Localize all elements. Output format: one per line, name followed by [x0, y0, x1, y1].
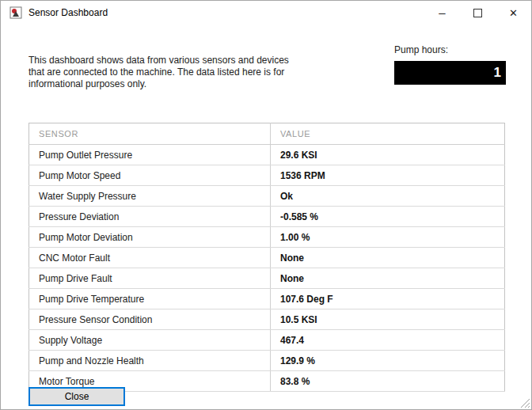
sensor-name-cell: Pump Drive Temperature [29, 289, 271, 309]
sensor-value-cell: 1536 RPM [271, 165, 505, 186]
sensor-name-cell: CNC Motor Fault [29, 248, 271, 268]
sensor-table-body: Pump Outlet Pressure 29.6 KSI Pump Motor… [29, 145, 505, 392]
table-row: Pump Motor Speed 1536 RPM [29, 165, 505, 186]
sensor-name-cell: Water Supply Pressure [29, 186, 271, 207]
sensor-value-cell: 1.00 % [271, 227, 505, 248]
sensor-name-cell: Pump Drive Fault [29, 268, 271, 289]
sensor-value-cell: 10.5 KSI [271, 309, 505, 330]
close-window-button[interactable]: ✕ [496, 1, 531, 25]
sensor-name-cell: Pressure Sensor Condition [29, 309, 271, 330]
table-row: Pressure Deviation -0.585 % [29, 207, 505, 227]
table-header-row: SENSOR VALUE [29, 123, 505, 145]
pump-hours-display: 1 [394, 61, 506, 85]
close-button[interactable]: Close [28, 387, 125, 406]
sensor-value-cell: 107.6 Deg F [271, 289, 505, 309]
sensor-value-cell: 83.8 % [271, 371, 505, 392]
table-row: Supply Voltage 467.4 [29, 330, 505, 351]
sensor-value-cell: None [271, 268, 505, 289]
table-header-value: VALUE [271, 123, 505, 145]
app-icon [10, 6, 22, 19]
sensor-value-cell: -0.585 % [271, 207, 505, 227]
sensor-name-cell: Supply Voltage [29, 330, 271, 351]
sensor-name-cell: Pump and Nozzle Health [29, 351, 271, 371]
table-row: Pump Outlet Pressure 29.6 KSI [29, 145, 505, 165]
table-header-sensor: SENSOR [29, 123, 271, 145]
sensor-name-cell: Pressure Deviation [29, 207, 271, 227]
pump-hours-label: Pump hours: [394, 44, 448, 55]
sensor-value-cell: 129.9 % [271, 351, 505, 371]
intro-text: This dashboard shows data from various s… [28, 55, 307, 90]
sensor-name-cell: Pump Motor Deviation [29, 227, 271, 248]
pump-hours-value: 1 [494, 65, 501, 81]
sensor-table: SENSOR VALUE Pump Outlet Pressure 29.6 K… [28, 123, 505, 392]
sensor-dashboard-window: Sensor Dashboard – ✕ This dashboard show… [0, 0, 532, 410]
window-title: Sensor Dashboard [28, 7, 108, 18]
table-row: Pressure Sensor Condition 10.5 KSI [29, 309, 505, 330]
maximize-button[interactable] [460, 1, 496, 25]
sensor-name-cell: Pump Motor Speed [29, 165, 271, 186]
sensor-value-cell: None [271, 248, 505, 268]
table-row: Water Supply Pressure Ok [29, 186, 505, 207]
minimize-icon: – [439, 9, 445, 17]
sensor-value-cell: 29.6 KSI [271, 145, 505, 165]
table-row: CNC Motor Fault None [29, 248, 505, 268]
table-row: Pump Drive Temperature 107.6 Deg F [29, 289, 505, 309]
close-icon: ✕ [509, 7, 518, 19]
table-row: Pump and Nozzle Health 129.9 % [29, 351, 505, 371]
table-row: Pump Motor Deviation 1.00 % [29, 227, 505, 248]
sensor-value-cell: Ok [271, 186, 505, 207]
minimize-button[interactable]: – [424, 1, 460, 25]
resize-grip[interactable] [519, 397, 530, 408]
table-row: Pump Drive Fault None [29, 268, 505, 289]
sensor-name-cell: Pump Outlet Pressure [29, 145, 271, 165]
window-controls: – ✕ [424, 1, 531, 25]
sensor-value-cell: 467.4 [271, 330, 505, 351]
maximize-icon [473, 9, 482, 17]
titlebar: Sensor Dashboard – ✕ [1, 1, 531, 25]
